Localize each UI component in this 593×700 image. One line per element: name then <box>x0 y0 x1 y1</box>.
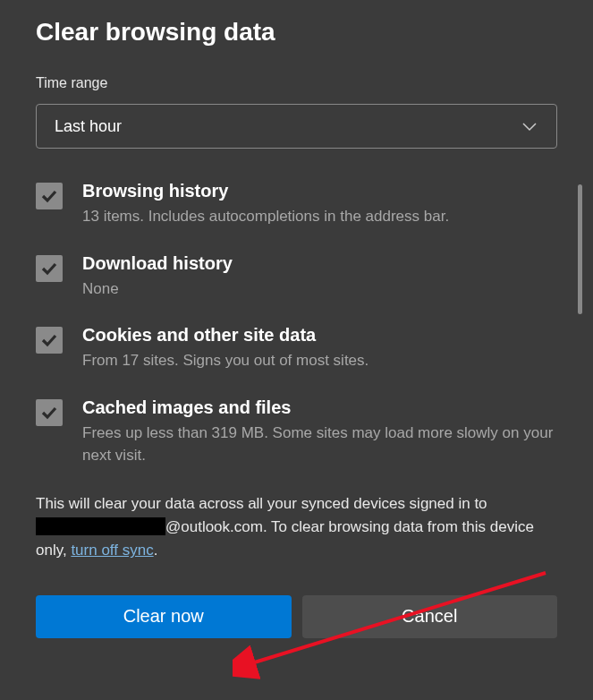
options-list: Browsing history 13 items. Includes auto… <box>36 181 557 467</box>
notice-prefix: This will clear your data across all you… <box>36 495 487 512</box>
sync-notice: This will clear your data across all you… <box>36 492 557 563</box>
option-title: Cookies and other site data <box>82 325 557 346</box>
chevron-down-icon <box>521 117 538 135</box>
option-title: Browsing history <box>82 181 557 201</box>
option-cached: Cached images and files Frees up less th… <box>36 397 557 467</box>
button-row: Clear now Cancel <box>36 595 557 638</box>
checkbox-cookies[interactable] <box>36 327 63 354</box>
notice-suffix: . <box>154 542 158 559</box>
time-range-select[interactable]: Last hour <box>36 104 557 149</box>
checkbox-download-history[interactable] <box>36 255 63 282</box>
option-desc: None <box>82 277 557 301</box>
scrollbar[interactable] <box>578 184 582 314</box>
option-download-history: Download history None <box>36 253 557 301</box>
cancel-button[interactable]: Cancel <box>302 595 558 638</box>
option-desc: 13 items. Includes autocompletions in th… <box>82 205 557 228</box>
redacted-email <box>36 517 165 535</box>
checkbox-cached[interactable] <box>36 399 63 426</box>
dialog-title: Clear browsing data <box>36 18 557 47</box>
checkbox-browsing-history[interactable] <box>36 183 63 209</box>
clear-now-button[interactable]: Clear now <box>36 595 292 638</box>
option-title: Cached images and files <box>82 397 557 418</box>
turn-off-sync-link[interactable]: turn off sync <box>71 542 153 559</box>
option-cookies: Cookies and other site data From 17 site… <box>36 325 557 372</box>
option-title: Download history <box>82 253 557 274</box>
time-range-label: Time range <box>36 75 557 91</box>
option-desc: From 17 sites. Signs you out of most sit… <box>82 349 557 372</box>
option-browsing-history: Browsing history 13 items. Includes auto… <box>36 181 557 228</box>
option-desc: Frees up less than 319 MB. Some sites ma… <box>82 422 557 467</box>
time-range-value: Last hour <box>55 117 521 136</box>
